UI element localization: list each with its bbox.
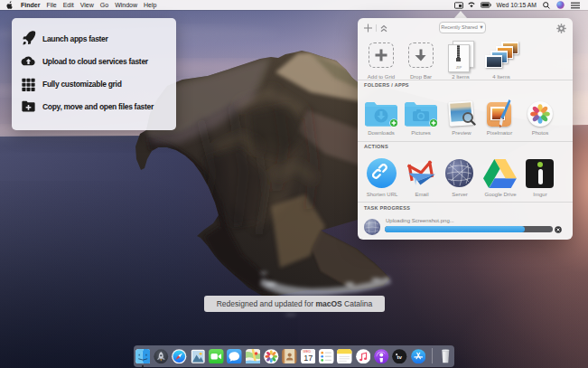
svg-text:tv: tv [397,354,403,360]
svg-text:17: 17 [303,354,313,363]
